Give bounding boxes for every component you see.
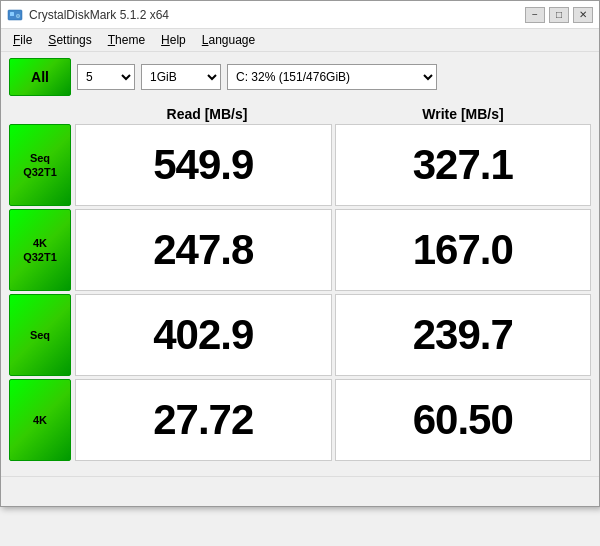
- read-cell: 27.72: [75, 379, 332, 461]
- write-value: 60.50: [413, 396, 513, 444]
- drive-select[interactable]: C: 32% (151/476GiB): [227, 64, 437, 90]
- maximize-button[interactable]: □: [549, 7, 569, 23]
- title-bar: CrystalDiskMark 5.1.2 x64 − □ ✕: [1, 1, 599, 29]
- data-rows-container: SeqQ32T1549.9327.14KQ32T1247.8167.0Seq40…: [9, 124, 591, 461]
- minimize-button[interactable]: −: [525, 7, 545, 23]
- menu-file[interactable]: File: [5, 31, 40, 49]
- svg-point-3: [17, 15, 19, 17]
- data-row: 4KQ32T1247.8167.0: [9, 209, 591, 291]
- data-cells: 549.9327.1: [75, 124, 591, 206]
- menu-theme[interactable]: Theme: [100, 31, 153, 49]
- write-cell: 167.0: [335, 209, 592, 291]
- header-row: Read [MB/s] Write [MB/s]: [79, 106, 591, 122]
- read-value: 402.9: [153, 311, 253, 359]
- size-select[interactable]: 1GiB 512MiB 2GiB 4GiB: [141, 64, 221, 90]
- menu-help[interactable]: Help: [153, 31, 194, 49]
- write-cell: 327.1: [335, 124, 592, 206]
- all-button[interactable]: All: [9, 58, 71, 96]
- row-label[interactable]: Seq: [9, 294, 71, 376]
- menu-language[interactable]: Language: [194, 31, 263, 49]
- runs-select[interactable]: 5 1 3 9: [77, 64, 135, 90]
- window-title: CrystalDiskMark 5.1.2 x64: [29, 8, 169, 22]
- svg-rect-1: [10, 12, 14, 16]
- read-value: 549.9: [153, 141, 253, 189]
- data-cells: 402.9239.7: [75, 294, 591, 376]
- title-bar-left: CrystalDiskMark 5.1.2 x64: [7, 7, 169, 23]
- data-row: Seq402.9239.7: [9, 294, 591, 376]
- data-cells: 27.7260.50: [75, 379, 591, 461]
- write-value: 239.7: [413, 311, 513, 359]
- menu-bar: File Settings Theme Help Language: [1, 29, 599, 52]
- read-cell: 402.9: [75, 294, 332, 376]
- close-button[interactable]: ✕: [573, 7, 593, 23]
- read-value: 247.8: [153, 226, 253, 274]
- read-cell: 549.9: [75, 124, 332, 206]
- write-value: 327.1: [413, 141, 513, 189]
- row-label[interactable]: SeqQ32T1: [9, 124, 71, 206]
- main-window: CrystalDiskMark 5.1.2 x64 − □ ✕ File Set…: [0, 0, 600, 507]
- bottom-bar: [1, 476, 599, 506]
- read-value: 27.72: [153, 396, 253, 444]
- write-header: Write [MB/s]: [335, 106, 591, 122]
- read-header: Read [MB/s]: [79, 106, 335, 122]
- write-cell: 239.7: [335, 294, 592, 376]
- read-cell: 247.8: [75, 209, 332, 291]
- menu-settings[interactable]: Settings: [40, 31, 99, 49]
- row-label[interactable]: 4KQ32T1: [9, 209, 71, 291]
- data-row: 4K27.7260.50: [9, 379, 591, 461]
- title-bar-controls: − □ ✕: [525, 7, 593, 23]
- row-label[interactable]: 4K: [9, 379, 71, 461]
- write-cell: 60.50: [335, 379, 592, 461]
- write-value: 167.0: [413, 226, 513, 274]
- toolbar: All 5 1 3 9 1GiB 512MiB 2GiB 4GiB C: 32%…: [1, 52, 599, 102]
- app-icon: [7, 7, 23, 23]
- data-cells: 247.8167.0: [75, 209, 591, 291]
- data-row: SeqQ32T1549.9327.1: [9, 124, 591, 206]
- main-grid: Read [MB/s] Write [MB/s] SeqQ32T1549.932…: [1, 102, 599, 472]
